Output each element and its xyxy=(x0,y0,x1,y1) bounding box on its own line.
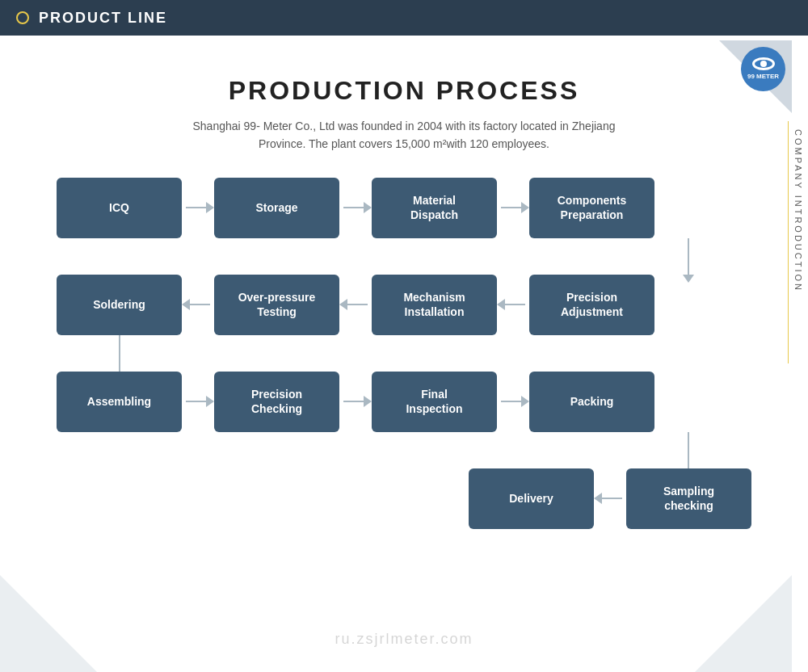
header-title: PRODUCT LINE xyxy=(39,10,167,27)
flow-box-soldering: Soldering xyxy=(57,275,182,335)
flow-row-3: Assembling PrecisionChecking FinalInspec… xyxy=(57,372,751,432)
flow-box-sampling-checking: Samplingchecking xyxy=(626,468,751,529)
deco-triangle-right xyxy=(695,575,792,672)
main-content: PRODUCTION PROCESS Shanghai 99- Meter Co… xyxy=(0,36,808,545)
flow-row-4: Delivery Samplingchecking xyxy=(57,468,751,529)
flow-row-2: Soldering Over-pressureTesting Mechanism… xyxy=(57,275,751,335)
flow-box-final-inspection: FinalInspection xyxy=(372,372,497,432)
deco-triangle-left xyxy=(0,575,97,672)
arrow-sol-opt xyxy=(182,296,214,313)
arrow-1-2 xyxy=(182,200,214,216)
flow-box-mechanism-installation: MechanismInstallation xyxy=(372,275,497,335)
flow-box-packing: Packing xyxy=(529,372,654,432)
flow-box-precision-adjustment: PrecisionAdjustment xyxy=(529,275,654,335)
header-circle-icon xyxy=(16,11,29,24)
gap-1-2 xyxy=(57,238,751,275)
arrow-opt-mi xyxy=(339,296,372,313)
flow-box-assembling: Assembling xyxy=(57,372,182,432)
flow-box-storage: Storage xyxy=(214,178,339,238)
v-arrow-3-4 xyxy=(688,432,689,468)
arrow-2-3 xyxy=(339,200,372,216)
arrow-3-4 xyxy=(497,200,529,216)
arrow-ass-pc xyxy=(182,393,214,410)
flow-box-material-dispatch: MaterialDispatch xyxy=(372,178,497,238)
gap-3-4 xyxy=(57,432,751,468)
flow-box-precision-checking: PrecisionChecking xyxy=(214,372,339,432)
flow-box-overpressure: Over-pressureTesting xyxy=(214,275,339,335)
flow-box-icq: ICQ xyxy=(57,178,182,238)
watermark: ru.zsjrlmeter.com xyxy=(335,631,473,648)
v-arrow-2-3 xyxy=(119,335,120,372)
arrow-pc-fi xyxy=(339,393,372,410)
page-title: PRODUCTION PROCESS xyxy=(48,76,760,106)
header-bar: PRODUCT LINE xyxy=(0,0,808,36)
gap-2-3 xyxy=(57,335,751,372)
arrow-fi-pk xyxy=(497,393,529,410)
flow-row-1: ICQ Storage MaterialDispatch ComponentsP… xyxy=(57,178,751,238)
flow-diagram: ICQ Storage MaterialDispatch ComponentsP… xyxy=(48,178,760,529)
subtitle-line2: Province. The plant covers 15,000 m²with… xyxy=(259,137,549,150)
page-subtitle: Shanghai 99- Meter Co., Ltd was founded … xyxy=(48,117,760,153)
flow-box-components-preparation: ComponentsPreparation xyxy=(529,178,654,238)
flow-box-delivery: Delivery xyxy=(469,468,594,529)
arrow-del-sc xyxy=(594,490,626,506)
subtitle-line1: Shanghai 99- Meter Co., Ltd was founded … xyxy=(193,120,616,132)
arrow-mi-pa xyxy=(497,296,529,313)
v-arrow-1-2 xyxy=(688,238,689,275)
